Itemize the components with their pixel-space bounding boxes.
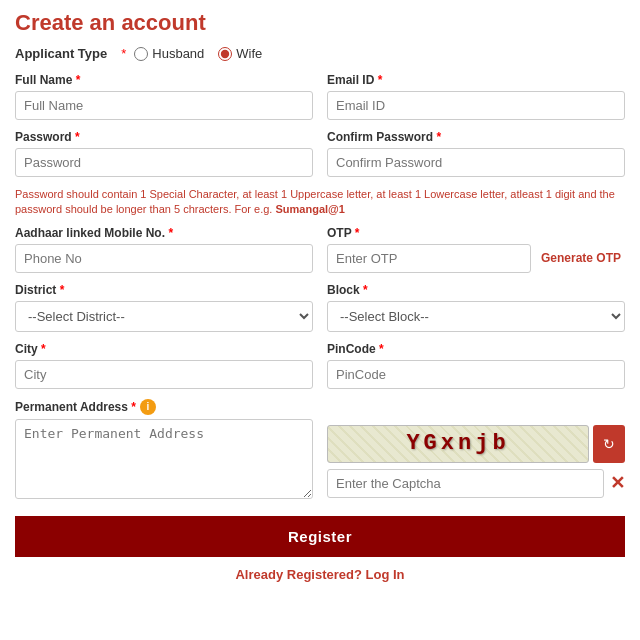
captcha-image-row: YGxnjb ↻ [327,425,625,463]
generate-otp-button[interactable]: Generate OTP [537,251,625,265]
otp-input[interactable] [327,244,531,273]
block-col: Block * --Select Block-- [327,283,625,332]
info-icon[interactable]: i [140,399,156,415]
otp-col: OTP * Generate OTP [327,226,625,273]
applicant-type-required: * [121,46,126,61]
register-button[interactable]: Register [15,516,625,557]
name-email-row: Full Name * Email ID * [15,73,625,120]
captcha-input-row: ✕ [327,469,625,498]
aadhaar-mobile-col: Aadhaar linked Mobile No. * [15,226,313,273]
wife-radio-label[interactable]: Wife [218,46,262,61]
password-example: Sumangal@1 [275,203,344,215]
password-col: Password * [15,130,313,177]
permanent-address-label: Permanent Address * [15,400,136,414]
district-col: District * --Select District-- [15,283,313,332]
password-row: Password * Confirm Password * [15,130,625,177]
already-registered-row: Already Registered? Log In [15,557,625,588]
city-pincode-row: City * PinCode * [15,342,625,389]
husband-radio[interactable] [134,47,148,61]
block-select[interactable]: --Select Block-- [327,301,625,332]
confirm-password-label: Confirm Password * [327,130,625,144]
captcha-col: YGxnjb ↻ ✕ [327,399,625,498]
mobile-otp-row: Aadhaar linked Mobile No. * OTP * Genera… [15,226,625,273]
full-name-input[interactable] [15,91,313,120]
register-bar: Register [15,516,625,557]
full-name-col: Full Name * [15,73,313,120]
city-col: City * [15,342,313,389]
email-label: Email ID * [327,73,625,87]
wife-label: Wife [236,46,262,61]
email-col: Email ID * [327,73,625,120]
password-label: Password * [15,130,313,144]
applicant-type-row: Applicant Type * Husband Wife [15,46,625,61]
address-label-row: Permanent Address * i [15,399,313,415]
password-hint: Password should contain 1 Special Charac… [15,187,625,218]
full-name-label: Full Name * [15,73,313,87]
permanent-address-textarea[interactable] [15,419,313,499]
password-input[interactable] [15,148,313,177]
address-captcha-row: Permanent Address * i YGxnjb ↻ ✕ [15,399,625,502]
pincode-input[interactable] [327,360,625,389]
husband-label: Husband [152,46,204,61]
captcha-refresh-button[interactable]: ↻ [593,425,625,463]
confirm-password-input[interactable] [327,148,625,177]
otp-label: OTP * [327,226,625,240]
district-select[interactable]: --Select District-- [15,301,313,332]
aadhaar-mobile-label: Aadhaar linked Mobile No. * [15,226,313,240]
wife-radio[interactable] [218,47,232,61]
city-label: City * [15,342,313,356]
block-label: Block * [327,283,625,297]
captcha-input[interactable] [327,469,604,498]
pincode-col: PinCode * [327,342,625,389]
confirm-password-col: Confirm Password * [327,130,625,177]
district-block-row: District * --Select District-- Block * -… [15,283,625,332]
login-link[interactable]: Already Registered? Log In [235,567,404,582]
applicant-type-label: Applicant Type [15,46,107,61]
captcha-clear-button[interactable]: ✕ [610,474,625,492]
pincode-label: PinCode * [327,342,625,356]
applicant-type-radio-group: Husband Wife [134,46,262,61]
otp-row: Generate OTP [327,244,625,273]
page-title: Create an account [15,10,625,36]
husband-radio-label[interactable]: Husband [134,46,204,61]
email-input[interactable] [327,91,625,120]
phone-input[interactable] [15,244,313,273]
city-input[interactable] [15,360,313,389]
captcha-image: YGxnjb [327,425,589,463]
district-label: District * [15,283,313,297]
address-col: Permanent Address * i [15,399,313,502]
